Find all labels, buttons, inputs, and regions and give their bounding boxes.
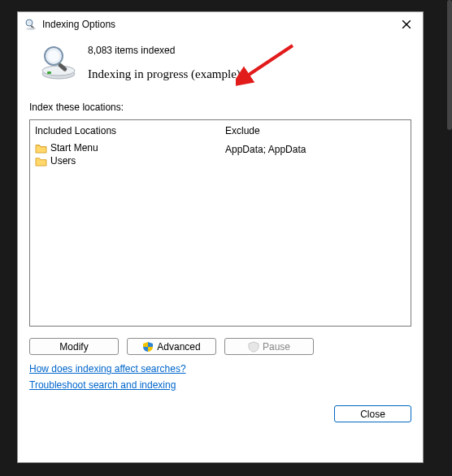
shield-icon [248,341,259,353]
exclude-header: Exclude [225,123,406,141]
list-item[interactable]: Users [35,154,215,167]
close-button[interactable]: Close [334,405,411,422]
indexing-progress-text: Indexing in progress (example) [88,67,241,81]
svg-point-8 [48,50,59,62]
svg-point-5 [42,66,75,76]
modify-button[interactable]: Modify [29,338,119,355]
folder-icon [35,143,47,154]
button-label: Close [360,409,385,420]
help-links: How does indexing affect searches? Troub… [29,363,411,396]
list-item-label: Start Menu [50,142,98,154]
shield-icon [142,341,154,353]
list-item: AppData; AppData [225,143,406,156]
locations-list[interactable]: Included Locations Start Menu Users Excl… [29,119,411,327]
list-item[interactable]: Start Menu [35,141,215,154]
svg-rect-6 [47,71,51,74]
status-row: 8,083 items indexed Indexing in progress… [29,41,411,82]
folder-icon [35,156,47,167]
exclude-column: Exclude AppData; AppData [220,120,411,326]
svg-point-2 [26,28,36,30]
svg-point-0 [26,19,33,26]
titlebar: Indexing Options [18,12,423,37]
advanced-button[interactable]: Advanced [127,338,216,355]
indexing-options-dialog: Indexing Options [17,11,424,463]
list-item-label: AppData; AppData [225,144,306,155]
button-label: Modify [59,341,88,353]
items-indexed-count: 8,083 items indexed [88,45,241,56]
list-item-label: Users [50,155,76,167]
how-indexing-link[interactable]: How does indexing affect searches? [29,363,186,374]
close-icon[interactable] [397,15,416,34]
included-header: Included Locations [35,123,215,141]
footer: Close [29,396,411,422]
button-label: Pause [263,341,290,353]
troubleshoot-link[interactable]: Troubleshoot search and indexing [29,379,176,391]
pause-button: Pause [224,338,314,355]
window-title: Indexing Options [42,19,115,30]
included-column: Included Locations Start Menu Users [30,120,220,326]
button-label: Advanced [157,341,200,353]
locations-label: Index these locations: [29,102,411,113]
action-buttons: Modify Advanced [29,338,411,355]
indexing-app-icon [24,18,37,31]
page-scrollbar[interactable] [447,0,452,130]
magnifier-drive-icon [39,43,78,82]
